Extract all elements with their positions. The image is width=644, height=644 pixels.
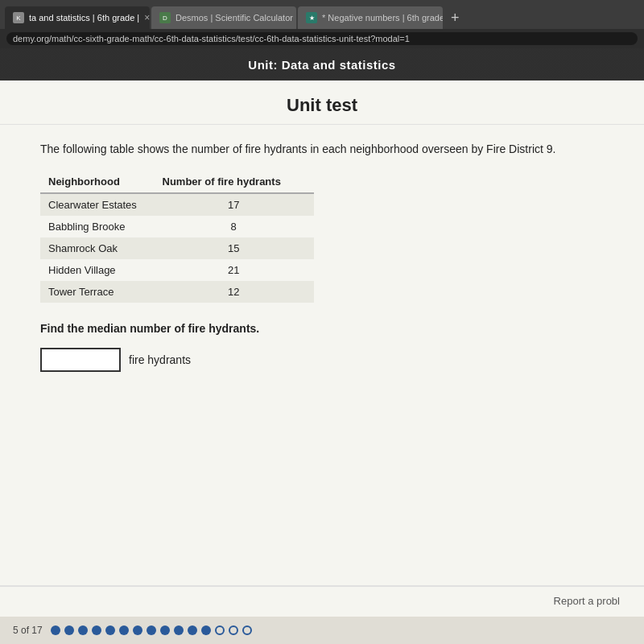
address-bar[interactable]: demy.org/math/cc-sixth-grade-math/cc-6th… xyxy=(6,32,638,45)
data-table: Neighborhood Number of fire hydrants Cle… xyxy=(40,171,314,303)
table-row: Hidden Village21 xyxy=(40,259,314,281)
table-row: Babbling Brooke8 xyxy=(40,216,314,237)
report-problem-area: Report a probl xyxy=(0,586,644,615)
table-header-row: Neighborhood Number of fire hydrants xyxy=(40,171,314,193)
cell-neighborhood: Hidden Village xyxy=(40,259,153,281)
progress-dot-empty xyxy=(229,625,238,635)
cell-count: 8 xyxy=(153,216,314,237)
browser-chrome: K ta and statistics | 6th grade | × D De… xyxy=(0,0,644,48)
progress-bar-area: 5 of 17 xyxy=(0,617,644,644)
progress-dot-filled xyxy=(105,625,115,635)
progress-dot-filled xyxy=(160,625,170,635)
tab-close-1[interactable]: × xyxy=(144,12,150,23)
table-row: Shamrock Oak15 xyxy=(40,237,314,259)
cell-count: 15 xyxy=(153,237,314,259)
cell-count: 12 xyxy=(153,281,314,303)
tab-label-1: ta and statistics | 6th grade | xyxy=(29,13,139,23)
tab-active[interactable]: K ta and statistics | 6th grade | × xyxy=(5,6,150,29)
progress-dot-filled xyxy=(64,625,74,635)
col-header-neighborhood: Neighborhood xyxy=(40,171,153,193)
progress-dot-filled xyxy=(174,625,184,635)
progress-dot-filled xyxy=(188,625,197,635)
unit-banner-text: Unit: Data and statistics xyxy=(248,58,395,72)
question-text: The following table shows the number of … xyxy=(40,141,604,158)
progress-dot-filled xyxy=(133,625,142,635)
table-row: Tower Terrace12 xyxy=(40,281,314,303)
tab-favicon-1: K xyxy=(13,12,24,23)
progress-dot-filled xyxy=(201,625,211,635)
progress-dot-filled xyxy=(147,625,156,635)
cell-neighborhood: Shamrock Oak xyxy=(40,237,153,259)
report-label[interactable]: Report a probl xyxy=(554,595,620,607)
progress-dot-empty xyxy=(242,625,252,635)
progress-label: 5 of 17 xyxy=(13,625,43,636)
unit-banner: Unit: Data and statistics xyxy=(0,48,644,80)
tab-favicon-3: ★ xyxy=(306,12,317,23)
progress-dot-filled xyxy=(78,625,88,635)
page-title-section: Unit test xyxy=(0,80,644,125)
col-header-hydrants: Number of fire hydrants xyxy=(153,171,314,193)
find-median-label: Find the median number of fire hydrants. xyxy=(40,322,604,335)
tab-label-2: Desmos | Scientific Calculator xyxy=(175,13,293,23)
tab-favicon-2: D xyxy=(159,12,171,23)
tab-label-3: * Negative numbers | 6th grade xyxy=(322,13,443,23)
new-tab-button[interactable]: + xyxy=(444,6,466,29)
cell-neighborhood: Clearwater Estates xyxy=(40,193,153,216)
progress-dot-filled xyxy=(51,625,60,635)
content-area: Unit test The following table shows the … xyxy=(0,80,644,628)
progress-dot-filled xyxy=(92,625,101,635)
progress-dot-empty xyxy=(215,625,225,635)
progress-dots xyxy=(51,625,252,635)
answer-row: fire hydrants xyxy=(40,348,604,372)
tab-negative-numbers[interactable]: ★ * Negative numbers | 6th grade × xyxy=(298,6,443,29)
table-row: Clearwater Estates17 xyxy=(40,193,314,216)
tab-bar: K ta and statistics | 6th grade | × D De… xyxy=(0,0,644,29)
progress-dot-filled xyxy=(119,625,129,635)
cell-count: 17 xyxy=(153,193,314,216)
cell-neighborhood: Babbling Brooke xyxy=(40,216,153,237)
tab-desmos[interactable]: D Desmos | Scientific Calculator × xyxy=(151,6,296,29)
page-title: Unit test xyxy=(0,95,644,116)
address-bar-row: demy.org/math/cc-sixth-grade-math/cc-6th… xyxy=(0,29,644,48)
cell-count: 21 xyxy=(153,259,314,281)
question-area: The following table shows the number of … xyxy=(16,125,628,404)
cell-neighborhood: Tower Terrace xyxy=(40,281,153,303)
answer-unit-label: fire hydrants xyxy=(129,353,191,366)
answer-input[interactable] xyxy=(40,348,121,372)
